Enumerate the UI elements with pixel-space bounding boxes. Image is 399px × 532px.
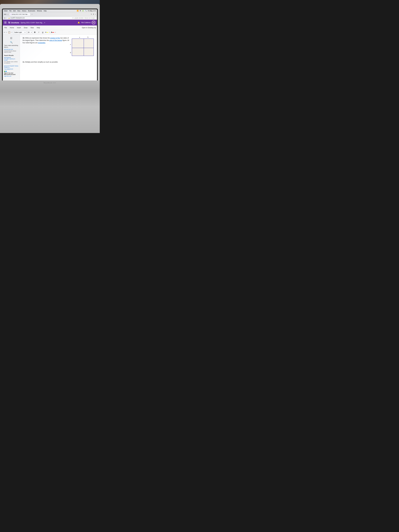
- search-icon[interactable]: 🔍: [85, 10, 87, 12]
- format-toolbar: ↩ ∨ 📋 ∨ Calibri Light ∨ 20 ∨ B I U: [3, 30, 97, 35]
- svg-rect-2: [72, 39, 94, 56]
- problem-10-period: .: [45, 42, 46, 44]
- svg-rect-0: [11, 37, 11, 39]
- browser-search-input[interactable]: google calculator - Buscar con Google: [73, 17, 96, 19]
- battery-icon: 🔋: [82, 10, 84, 12]
- sidebar-signin-section: Sign in to your Microsoft account login.…: [3, 71, 20, 77]
- sidebar-item-hash2[interactable]: img.wattpad.com: [3, 68, 20, 70]
- sidebar-search-section: Search Results jamsnetwork-com.qbcc.ezpr…: [3, 54, 20, 64]
- menubar-safari[interactable]: Safari: [4, 10, 8, 12]
- onenote-logo: N OneNote: [8, 21, 19, 24]
- problem-10-link-rectangles: rectangles: [38, 42, 45, 44]
- notification-bell-icon[interactable]: 🔔: [78, 21, 80, 24]
- sidebar-expand-icon[interactable]: [3, 36, 20, 40]
- user-name-label: Yilsi Calderon: [81, 22, 91, 24]
- menubar-history[interactable]: History: [22, 10, 26, 12]
- browser-back[interactable]: ◀: [4, 17, 5, 19]
- menubar-view[interactable]: View: [17, 10, 20, 12]
- diagram-5-label: 5: [88, 36, 89, 38]
- bluetooth-icon: ⚙: [80, 10, 81, 12]
- problem-11-number: 11.: [23, 61, 25, 63]
- browser-tab-onenote[interactable]: N Spring 2021 CUNY Start Algebra_2A Note…: [9, 13, 30, 16]
- rectangle-svg: x 5 x 8: [68, 36, 94, 57]
- onenote-notebook-name[interactable]: Spring 2021 CUNY Start Alg... ∨: [21, 22, 45, 24]
- sidebar-item-twins[interactable]: Twins make astonishing discov...: [3, 44, 20, 49]
- font-color-chevron[interactable]: ∨: [55, 32, 56, 33]
- book-icon: [10, 37, 13, 39]
- address-bar[interactable]: 🔒 cuny907.sharepoint.com: [7, 17, 73, 19]
- ribbon-draw[interactable]: Draw: [23, 26, 28, 29]
- back-button[interactable]: ◀: [4, 13, 5, 15]
- problem-11: 11. Multiply and then simplify as much a…: [23, 61, 94, 63]
- font-color-bar: [52, 32, 54, 33]
- open-desktop-app-link[interactable]: Open in Desktop Ap: [82, 27, 96, 29]
- address-text: cuny907.sharepoint.com: [10, 17, 25, 19]
- highlight-button[interactable]: ✏: [45, 31, 48, 34]
- user-avatar[interactable]: YC: [92, 21, 95, 24]
- italic-button[interactable]: I: [37, 31, 40, 34]
- clipboard-chevron[interactable]: ∨: [11, 32, 13, 33]
- screen-content: Safari File Edit View History Bookmarks …: [3, 9, 97, 84]
- sidebar-item-cookies: Our website uses cookies to enhance...: [3, 61, 20, 64]
- font-color-button[interactable]: A: [51, 31, 54, 34]
- onenote-logo-text: OneNote: [11, 21, 19, 24]
- menubar-edit[interactable]: Edit: [13, 10, 16, 12]
- problem-10-link-area: area of the largest: [49, 39, 62, 41]
- underline-button[interactable]: U: [41, 31, 44, 34]
- ribbon-file[interactable]: File: [4, 26, 7, 29]
- ribbon-view[interactable]: View: [30, 26, 34, 29]
- macos-menubar: Safari File Edit View History Bookmarks …: [3, 9, 97, 12]
- ribbon-home[interactable]: Home: [9, 26, 14, 29]
- font-name-selector[interactable]: Calibri Light ∨: [13, 31, 26, 34]
- sidebar-login-url[interactable]: login.live.com: [3, 75, 20, 77]
- sidebar-left: 🔍 Twins make astonishing discov... abcne…: [3, 35, 20, 84]
- ribbon-menu: File Home Insert Draw View Help Open in …: [3, 25, 97, 30]
- browser-tabbar: ◀ ▶ 📖 N Spring 2021 CUNY Start Algebra_2…: [3, 12, 97, 16]
- highlight-chevron[interactable]: ∨: [49, 32, 50, 33]
- share-button[interactable]: ⬆: [93, 13, 94, 15]
- problem-10-number: 10.: [23, 37, 25, 39]
- clipboard-icon[interactable]: 📋: [8, 31, 11, 33]
- problem-11-text: Multiply and then simplify as much as po…: [25, 61, 58, 63]
- content-area: 🔍 Twins make astonishing discov... abcne…: [3, 35, 97, 84]
- font-size-value: 20: [28, 32, 29, 33]
- ribbon-menu-items: File Home Insert Draw View Help: [4, 26, 40, 29]
- onenote-header: N OneNote Spring 2021 CUNY Start Alg... …: [3, 20, 97, 25]
- search-bar-browser[interactable]: google calculator - Buscar con Google: [73, 17, 96, 19]
- highlight-bar: [47, 32, 48, 33]
- wifi-icon: 📶: [77, 10, 79, 12]
- sidebar-item-abcnews[interactable]: abcnews.go.com: [3, 49, 20, 50]
- problem-10-link-product: product of the: [50, 37, 60, 39]
- sidebar-twins-section: Twins make astonishing discov... abcnews…: [3, 44, 20, 53]
- sidebar-item-hash1[interactable]: 68747470733a2f2f 73332e6166617a...: [3, 65, 20, 68]
- new-tab-button[interactable]: +: [32, 13, 33, 15]
- browser-forward[interactable]: ▶: [5, 17, 6, 19]
- menubar-file[interactable]: File: [9, 10, 12, 12]
- search-sidebar-icon[interactable]: 🔍: [3, 40, 20, 44]
- undo-button[interactable]: ↩: [4, 31, 5, 33]
- sidebar-item-jams[interactable]: jamsnetwork-com.qbcc.ezproxy.cu ny.edu: [3, 57, 20, 61]
- add-bookmark-button[interactable]: +: [95, 13, 96, 15]
- menubar-help[interactable]: Help: [44, 10, 47, 12]
- keyboard-area: esc #F1 F2 goF3 QF4 F5 ⏭F7 ▶⏸F8 ⏭⏭F9 🔇F1…: [0, 81, 100, 133]
- menubar-right-icons: 📶 ⚙ 🔋 🔍 Fri May 14 5: [77, 10, 96, 12]
- macbook-body: Safari File Edit View History Bookmarks …: [0, 4, 100, 94]
- undo-chevron[interactable]: ∨: [6, 32, 7, 33]
- menubar-bookmarks[interactable]: Bookmarks: [28, 10, 35, 12]
- ms-icon-blue: [6, 71, 6, 72]
- ribbon-insert[interactable]: Insert: [16, 26, 21, 29]
- notebook-chevron: ∨: [44, 22, 45, 24]
- reload-button[interactable]: ↻: [91, 13, 92, 15]
- forward-button[interactable]: ▶: [5, 13, 6, 15]
- sidebar-signin-label[interactable]: Sign in to your Microsoft account: [3, 72, 20, 75]
- ribbon-help[interactable]: Help: [36, 26, 40, 29]
- menubar-window[interactable]: Window: [37, 10, 42, 12]
- svg-rect-1: [11, 37, 12, 39]
- apps-grid-icon[interactable]: [4, 21, 6, 24]
- screen-bezel: Safari File Edit View History Bookmarks …: [2, 9, 98, 85]
- onenote-user-area: 🔔 Yilsi Calderon YC: [78, 21, 95, 24]
- font-size-selector[interactable]: 20 ∨: [27, 31, 32, 34]
- macbook-label: MacBook Air: [44, 82, 56, 84]
- font-size-chevron: ∨: [31, 32, 32, 33]
- bold-button[interactable]: B: [33, 31, 36, 34]
